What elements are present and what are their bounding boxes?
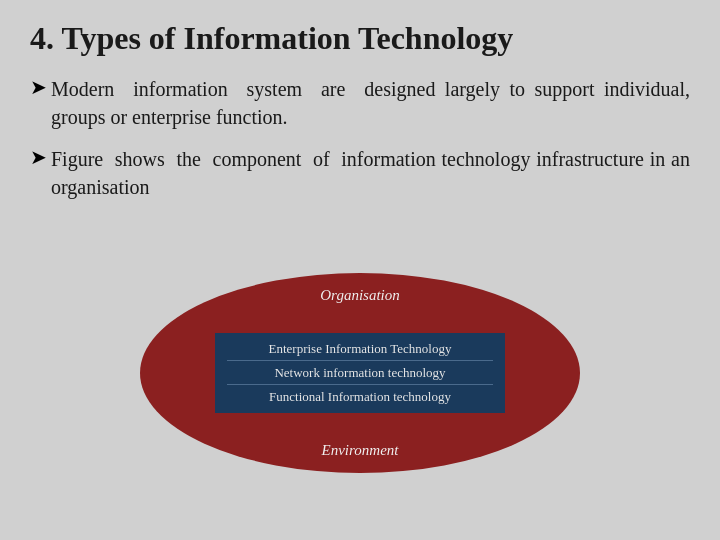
- environment-label: Environment: [322, 442, 399, 459]
- organisation-label: Organisation: [320, 287, 399, 304]
- inner-row-1: Enterprise Information Technology: [227, 341, 493, 361]
- page: 4. Types of Information Technology ➤ Mod…: [0, 0, 720, 540]
- bullet-arrow-1: ➤: [30, 75, 47, 99]
- diagram-area: Organisation Enterprise Information Tech…: [30, 225, 690, 520]
- bullet-text-1: Modern information system are designed l…: [51, 75, 690, 131]
- bullet-1: ➤ Modern information system are designed…: [30, 75, 690, 139]
- bullet-2: ➤ Figure shows the component of informat…: [30, 145, 690, 209]
- inner-row-3: Functional Information technology: [227, 389, 493, 405]
- outer-ellipse: Organisation Enterprise Information Tech…: [140, 273, 580, 473]
- bullet-text-2: Figure shows the component of informatio…: [51, 145, 690, 201]
- inner-row-2: Network information technology: [227, 365, 493, 385]
- bullet-arrow-2: ➤: [30, 145, 47, 169]
- inner-box: Enterprise Information Technology Networ…: [215, 333, 505, 413]
- page-title: 4. Types of Information Technology: [30, 20, 690, 57]
